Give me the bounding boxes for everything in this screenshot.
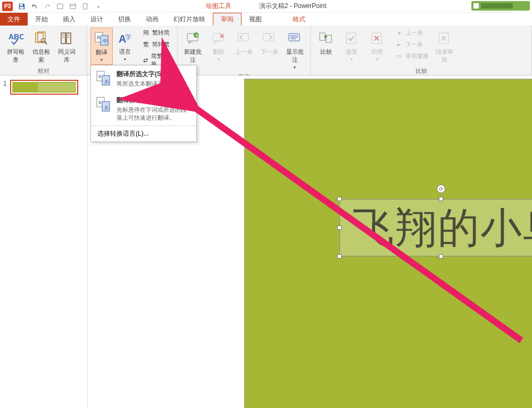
- delete-comment-label: 删除: [213, 48, 225, 56]
- svg-rect-4: [84, 3, 87, 9]
- svg-rect-1: [20, 6, 24, 9]
- tab-animation[interactable]: 动画: [138, 13, 166, 26]
- app-icon[interactable]: P3: [2, 2, 13, 11]
- ribbon: ABC 拼写检查 信息检索 同义词库 校对 a中 翻译 ▾ A字 语言: [0, 26, 532, 76]
- end-review-button[interactable]: 结束审阅: [432, 28, 456, 66]
- translate-screen-tip-item[interactable]: aあ 翻译屏幕提示(M) 光标悬停在字词或所选的段落上可快速进行翻译。: [91, 91, 196, 126]
- next-comment-button[interactable]: 下一条: [257, 28, 281, 58]
- translate-button[interactable]: a中 翻译 ▾: [90, 28, 113, 65]
- qat-button-1[interactable]: [54, 1, 66, 12]
- accept-button[interactable]: 接受 ▾: [339, 28, 364, 64]
- slide-canvas[interactable]: ⟳ 飞翔的小鸟: [244, 79, 532, 408]
- delete-comment-button[interactable]: 删除 ▾: [206, 28, 231, 64]
- accept-label: 接受: [346, 48, 358, 56]
- chevron-down-icon: ▾: [218, 57, 220, 62]
- s2t-icon: 繁: [142, 41, 150, 48]
- t2s-button[interactable]: 簡繁转简: [139, 28, 174, 38]
- svg-rect-0: [20, 4, 23, 6]
- slide-text[interactable]: 飞翔的小鸟: [340, 199, 532, 257]
- text-box[interactable]: ⟳ 飞翔的小鸟: [339, 199, 532, 256]
- research-button[interactable]: 信息检索: [29, 28, 53, 66]
- slide-thumbnail-1[interactable]: 1: [3, 80, 84, 95]
- compare-icon: [318, 30, 335, 47]
- show-comments-button[interactable]: 显示批注 ▾: [282, 28, 307, 72]
- chevron-down-icon: ▾: [124, 57, 126, 62]
- next-comment-icon: [261, 30, 278, 47]
- next-icon: ▸: [395, 41, 403, 48]
- resize-handle[interactable]: [439, 197, 443, 201]
- delete-comment-icon: [210, 30, 227, 47]
- thesaurus-button[interactable]: 同义词库: [54, 28, 79, 66]
- tab-design[interactable]: 设计: [83, 13, 111, 26]
- translate-screentip-icon: aあ: [95, 96, 112, 113]
- svg-rect-29: [346, 33, 356, 44]
- svg-text:中: 中: [103, 38, 108, 44]
- dd-item1-title: 翻译所选文字(S): [117, 70, 191, 79]
- title-bar: P3 绘图工具 演示文稿2 - PowerPoint: [0, 0, 532, 13]
- tab-view[interactable]: 视图: [242, 13, 269, 26]
- resize-handle[interactable]: [337, 254, 342, 259]
- tab-transition[interactable]: 切换: [111, 13, 138, 26]
- chevron-down-icon: ▾: [294, 65, 296, 70]
- slide-panel[interactable]: 1: [0, 76, 88, 408]
- rotate-handle[interactable]: ⟳: [437, 185, 445, 193]
- tab-home[interactable]: 开始: [28, 13, 55, 26]
- language-icon: A字: [117, 30, 134, 47]
- svg-text:字: 字: [125, 34, 131, 41]
- rev-next-button[interactable]: ▸下一条: [393, 39, 431, 49]
- svg-rect-7: [481, 3, 513, 9]
- chevron-down-icon: ▾: [376, 57, 378, 62]
- work-area: 1 ⟳ 飞翔的小鸟: [0, 76, 532, 408]
- spell-check-label: 拼写检查: [4, 48, 27, 64]
- svg-rect-2: [57, 4, 63, 9]
- end-review-icon: [436, 30, 453, 47]
- tab-file[interactable]: 文件: [0, 13, 28, 26]
- qat-customize[interactable]: [93, 1, 104, 12]
- dd-item2-desc: 光标悬停在字词或所选的段落上可快速进行翻译。: [117, 106, 191, 121]
- svg-rect-23: [213, 34, 223, 41]
- research-label: 信息检索: [30, 48, 52, 64]
- prev-comment-icon: [235, 30, 252, 47]
- svg-text:a: a: [98, 73, 101, 79]
- translate-label: 翻译: [96, 48, 107, 56]
- undo-button[interactable]: [29, 1, 40, 12]
- reject-label: 拒绝: [371, 48, 383, 56]
- tab-slideshow[interactable]: 幻灯片放映: [166, 13, 213, 26]
- language-button[interactable]: A字 语言 ▾: [114, 28, 136, 64]
- show-comments-icon: [286, 30, 303, 47]
- new-comment-button[interactable]: ✳ 新建批注: [181, 28, 205, 66]
- accept-icon: [343, 30, 360, 47]
- next-comment-label: 下一条: [261, 48, 278, 56]
- spell-check-icon: ABC: [7, 30, 24, 47]
- svg-text:あ: あ: [104, 79, 109, 84]
- prev-comment-button[interactable]: 上一条: [232, 28, 256, 58]
- reject-button[interactable]: 拒绝 ▾: [365, 28, 389, 64]
- svg-rect-3: [70, 4, 76, 9]
- translate-selected-text-item[interactable]: aあ 翻译所选文字(S) 将所选文本翻译为不同语言: [91, 65, 196, 91]
- spell-check-button[interactable]: ABC 拼写检查: [3, 28, 28, 66]
- tab-review[interactable]: 审阅: [213, 13, 242, 26]
- group-comments: ✳ 新建批注 删除 ▾ 上一条 下一条 显示批注 ▾ 批注: [178, 26, 311, 75]
- tab-format[interactable]: 格式: [285, 13, 313, 26]
- new-comment-icon: ✳: [185, 30, 202, 47]
- qat-button-2[interactable]: [67, 1, 79, 12]
- thumbnail[interactable]: [10, 80, 78, 95]
- resize-handle[interactable]: [337, 226, 342, 230]
- compare-button[interactable]: 比较: [314, 28, 338, 58]
- select-translate-language-item[interactable]: 选择转换语言(L)...: [91, 126, 196, 141]
- tab-insert[interactable]: 插入: [55, 13, 83, 26]
- redo-button[interactable]: [41, 1, 53, 12]
- svg-text:あ: あ: [104, 105, 109, 110]
- translate-icon: a中: [93, 30, 110, 47]
- resize-handle[interactable]: [439, 254, 443, 259]
- resize-handle[interactable]: [337, 197, 342, 201]
- svg-rect-6: [473, 3, 479, 9]
- rev-prev-button[interactable]: ◂上一条: [393, 28, 431, 38]
- save-button[interactable]: [16, 1, 28, 12]
- svg-rect-12: [61, 33, 65, 44]
- review-pane-button[interactable]: ▭审阅窗格: [393, 51, 431, 61]
- qat-button-3[interactable]: [80, 1, 92, 12]
- chevron-down-icon: ▾: [101, 57, 103, 62]
- translate-selected-icon: aあ: [95, 70, 112, 87]
- s2t-button[interactable]: 繁简转繁: [139, 39, 174, 49]
